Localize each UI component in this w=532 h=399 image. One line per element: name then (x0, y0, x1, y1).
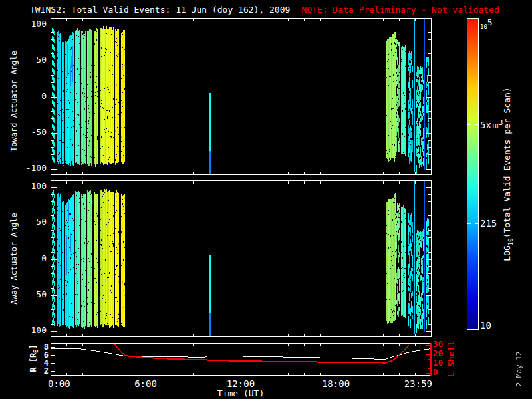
colorbar-min-label: 10 (480, 320, 491, 331)
toward-axis-label: Toward Actuator Angle (9, 51, 19, 152)
lshell-tick-label: 10 (433, 359, 444, 367)
away-spectrogram-canvas (51, 181, 431, 336)
lshell-axis-label: L Shell (446, 341, 456, 378)
colorbar-mid-label: 5x103 (480, 120, 503, 130)
orbit-lines-canvas (51, 344, 431, 375)
colorbar-tick-dash (467, 124, 471, 125)
lshell-tick-label: 20 (433, 350, 444, 358)
date-stamp: 2 May 12 (515, 352, 523, 387)
lshell-tick-label: 0 (433, 368, 438, 376)
colorbar-tick-dash (475, 124, 478, 125)
time-axis-title: Time (UT) (217, 388, 264, 398)
away-ytick-label: 50 (20, 218, 47, 226)
page-title: TWINS2: Total Valid Events: 11 Jun (doy … (30, 5, 499, 15)
toward-ytick-label: 100 (20, 20, 47, 28)
colorbar-title: LOG10(Total Valid Events per Scan) (502, 87, 514, 261)
colorbar (467, 18, 479, 330)
toward-ytick-label: 50 (20, 56, 47, 64)
colorbar-tick-dash (475, 223, 478, 224)
away-ytick-label: -100 (20, 327, 47, 334)
page-title-note: NOTE: Data Preliminary - Not validated (301, 5, 499, 15)
panel-orbit (51, 343, 432, 376)
colorbar-max-label: 105 (480, 20, 493, 31)
lshell-axis-line (430, 343, 432, 376)
time-tick-label: 18:00 (322, 378, 350, 389)
toward-ytick-label: 0 (20, 92, 47, 100)
time-tick-label: 0:00 (48, 378, 70, 389)
toward-spectrogram-canvas (51, 19, 431, 174)
away-ytick-label: -50 (20, 291, 47, 299)
toward-ytick-label: -100 (20, 164, 47, 172)
colorbar-tick-label: 215 (480, 218, 497, 229)
away-ytick-label: 0 (20, 255, 47, 263)
time-tick-label: 6:00 (134, 378, 157, 389)
r-tick-label: 2 (22, 367, 49, 375)
figure: TWINS2: Total Valid Events: 11 Jun (doy … (0, 0, 532, 399)
page-title-main: TWINS2: Total Valid Events: 11 Jun (doy … (30, 5, 290, 15)
away-axis-label: Away Actuator Angle (9, 213, 19, 304)
time-tick-label: 12:00 (227, 378, 255, 389)
lshell-tick-label: 30 (433, 340, 444, 348)
time-tick-label: 23:59 (404, 378, 432, 389)
panel-toward (51, 18, 432, 175)
colorbar-tick-dash (467, 223, 471, 224)
away-ytick-label: 100 (20, 182, 47, 190)
toward-ytick-label: -50 (20, 128, 47, 136)
panel-away (51, 180, 432, 337)
